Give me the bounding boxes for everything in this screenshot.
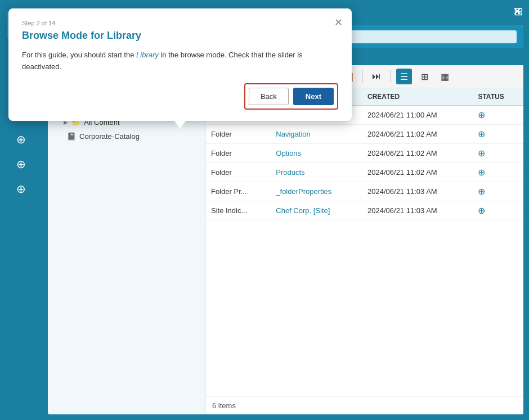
file-count: 6 items <box>205 396 523 414</box>
col-created: CREATED <box>362 88 472 106</box>
col-status: STATUS <box>472 88 523 106</box>
toolbar-divider-3 <box>390 70 391 83</box>
table-row[interactable]: Folder Pr... _folderProperties 2024/06/2… <box>205 182 523 201</box>
cell-type: Folder <box>205 125 270 144</box>
cell-status: ⊕ <box>472 201 523 220</box>
table-row[interactable]: Folder Products 2024/06/21 11:02 AM ⊕ <box>205 163 523 182</box>
cell-name[interactable]: Navigation <box>270 125 362 144</box>
tree-item-corporate-catalog[interactable]: 📓 Corporate-Catalog <box>48 129 205 143</box>
guide-body: For this guide, you should start the Lib… <box>22 49 338 73</box>
cell-status: ⊕ <box>472 125 523 144</box>
file-table: TYPE NAME ↑ CREATED STATUS Folder Editor… <box>205 88 523 396</box>
table-row[interactable]: Site Indic... Chef Corp. [Site] 2024/06/… <box>205 201 523 220</box>
cell-type: Site Indic... <box>205 201 270 220</box>
back-button[interactable]: Back <box>249 88 289 105</box>
panel-view-button[interactable]: ▦ <box>437 69 452 84</box>
cell-name[interactable]: _folderProperties <box>270 182 362 201</box>
cell-status: ⊕ <box>472 144 523 163</box>
cell-created: 2024/06/21 11:03 AM <box>362 201 472 220</box>
guide-body-text: For this guide, you should start the <box>22 51 136 59</box>
table-row[interactable]: Folder Navigation 2024/06/21 11:02 AM ⊕ <box>205 125 523 144</box>
skip-button[interactable]: ⏭ <box>369 69 384 84</box>
cell-created: 2024/06/21 11:02 AM <box>362 163 472 182</box>
list-view-button[interactable]: ☰ <box>396 69 412 84</box>
guide-close-button[interactable]: ✕ <box>334 16 343 29</box>
guide-title: Browse Mode for Library <box>22 30 338 42</box>
cell-status: ⊕ <box>472 163 523 182</box>
toolbar-divider-2 <box>362 70 363 83</box>
cell-name[interactable]: Chef Corp. [Site] <box>270 201 362 220</box>
guide-step-label: Step 2 of 14 <box>22 20 338 26</box>
cell-created: 2024/06/21 11:02 AM <box>362 144 472 163</box>
top-grid-icon: ⊞ <box>514 5 523 17</box>
cell-created: 2024/06/21 11:03 AM <box>362 182 472 201</box>
cell-status: ⊕ <box>472 182 523 201</box>
status-globe-icon: ⊕ <box>478 206 485 215</box>
guide-actions-wrapper: Back Next <box>244 83 338 110</box>
status-globe-icon: ⊕ <box>478 129 485 139</box>
globe-sidebar-icon-5[interactable]: ⊕ <box>11 154 32 174</box>
cell-name[interactable]: Products <box>270 163 362 182</box>
status-globe-icon: ⊕ <box>478 168 485 177</box>
cell-type: Folder <box>205 144 270 163</box>
status-globe-icon: ⊕ <box>478 187 485 196</box>
cell-created: 2024/06/21 11:00 AM <box>362 106 472 125</box>
modal-pointer-arrow <box>174 121 186 129</box>
globe-sidebar-icon-6[interactable]: ⊕ <box>11 179 32 199</box>
cell-type: Folder Pr... <box>205 182 270 201</box>
cell-status: ⊕ <box>472 106 523 125</box>
next-button[interactable]: Next <box>293 88 334 105</box>
grid-view-button[interactable]: ⊞ <box>416 69 432 84</box>
guide-body-italic: Library <box>136 51 159 59</box>
cell-name[interactable]: Options <box>270 144 362 163</box>
cell-type: Folder <box>205 163 270 182</box>
item-count-label: 6 items <box>212 401 236 410</box>
catalog-icon: 📓 <box>67 132 76 141</box>
cell-created: 2024/06/21 11:02 AM <box>362 125 472 144</box>
table-row[interactable]: Folder Options 2024/06/21 11:02 AM ⊕ <box>205 144 523 163</box>
tree-item-label: Corporate-Catalog <box>79 132 140 141</box>
status-globe-icon: ⊕ <box>478 110 485 120</box>
globe-sidebar-icon-4[interactable]: ⊕ <box>11 129 32 150</box>
guide-modal: Step 2 of 14 Browse Mode for Library For… <box>8 8 352 121</box>
status-globe-icon: ⊕ <box>478 148 485 158</box>
